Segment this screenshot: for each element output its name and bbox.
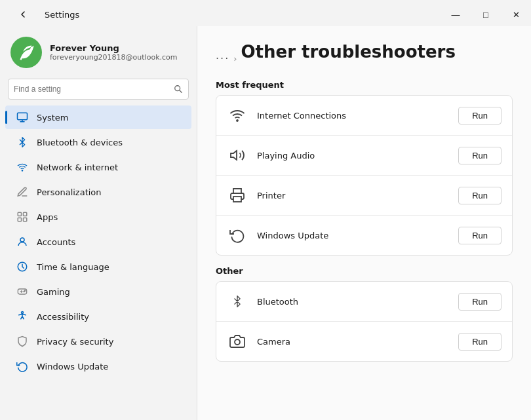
avatar (10, 37, 42, 68)
run-printer-button[interactable]: Run (458, 187, 502, 204)
table-row: Windows Update Run (216, 216, 512, 255)
window-controls: — □ ✕ (441, 4, 531, 25)
run-bluetooth-button[interactable]: Run (458, 293, 502, 311)
svg-rect-5 (24, 212, 27, 216)
table-row: Playing Audio Run (216, 136, 512, 176)
sidebar-item-label-time: Time & language (37, 262, 109, 272)
sidebar-item-label-accounts: Accounts (37, 237, 75, 247)
windows-update-ts-label: Windows Update (257, 231, 449, 240)
windows-update-icon (16, 360, 29, 373)
svg-rect-16 (233, 197, 241, 202)
personalization-icon (16, 185, 29, 199)
window-title: Settings (45, 10, 79, 20)
printer-label: Printer (257, 191, 449, 200)
main-content: ··· › Other troubleshooters Most frequen… (197, 26, 531, 420)
printer-icon (227, 185, 248, 206)
sidebar-item-label-windows-update: Windows Update (37, 362, 108, 372)
playing-audio-label: Playing Audio (257, 151, 449, 161)
user-name: Forever Young (50, 43, 178, 53)
sidebar-item-privacy[interactable]: Privacy & security (5, 330, 191, 353)
title-bar: Settings — □ ✕ (0, 0, 531, 26)
sidebar-item-label-privacy: Privacy & security (37, 337, 113, 347)
privacy-icon (16, 335, 29, 348)
sidebar-item-apps[interactable]: Apps (5, 205, 191, 229)
user-profile[interactable]: Forever Young foreveryoung201818@outlook… (0, 26, 197, 76)
svg-rect-2 (18, 113, 28, 120)
maximize-button[interactable]: □ (471, 4, 501, 25)
search-icon (174, 85, 183, 94)
svg-point-14 (237, 120, 238, 121)
search-input[interactable] (14, 85, 170, 94)
search-box[interactable] (8, 79, 189, 100)
apps-icon (16, 210, 29, 223)
other-card: Bluetooth Run Camera Run (216, 281, 513, 362)
breadcrumb-dots[interactable]: ··· (216, 52, 229, 65)
back-button[interactable] (8, 4, 38, 25)
bluetooth-ts-icon (227, 291, 248, 312)
system-icon (16, 111, 29, 124)
sidebar-item-label-gaming: Gaming (37, 287, 70, 297)
sidebar-item-bluetooth[interactable]: Bluetooth & devices (5, 130, 191, 154)
breadcrumb-arrow: › (233, 54, 237, 64)
sidebar-item-time[interactable]: Time & language (5, 255, 191, 278)
sidebar-item-label-accessibility: Accessibility (37, 312, 89, 322)
table-row: Camera Run (216, 322, 512, 361)
svg-rect-7 (24, 218, 27, 221)
sidebar-item-label-bluetooth: Bluetooth & devices (37, 138, 123, 147)
windows-update-ts-icon (227, 225, 248, 246)
playing-audio-icon (227, 145, 248, 166)
accessibility-icon (16, 310, 29, 323)
internet-connections-label: Internet Connections (257, 111, 449, 121)
sidebar-item-label-network: Network & internet (37, 162, 118, 172)
sidebar-item-label-personalization: Personalization (37, 187, 102, 197)
svg-point-8 (20, 238, 24, 242)
sidebar-item-network[interactable]: Network & internet (5, 155, 191, 179)
sidebar-item-label-apps: Apps (37, 212, 58, 222)
svg-line-1 (180, 90, 182, 93)
sidebar-item-accounts[interactable]: Accounts (5, 230, 191, 254)
svg-point-17 (235, 339, 240, 345)
sidebar-item-accessibility[interactable]: Accessibility (5, 305, 191, 328)
svg-marker-15 (231, 151, 237, 160)
camera-ts-icon (227, 331, 248, 352)
run-camera-button[interactable]: Run (458, 333, 502, 351)
table-row: Internet Connections Run (216, 96, 512, 136)
svg-rect-4 (18, 212, 21, 216)
sidebar-item-label-system: System (37, 113, 68, 123)
most-frequent-card: Internet Connections Run Playing Audio R… (216, 95, 513, 256)
time-icon (16, 260, 29, 273)
app-body: Forever Young foreveryoung201818@outlook… (0, 26, 531, 420)
gaming-icon (16, 285, 29, 298)
table-row: Printer Run (216, 176, 512, 216)
minimize-button[interactable]: — (441, 4, 471, 25)
sidebar-item-system[interactable]: System (5, 105, 191, 129)
bluetooth-nav-icon (16, 136, 29, 149)
svg-point-12 (24, 290, 25, 291)
sidebar-item-personalization[interactable]: Personalization (5, 180, 191, 204)
internet-connections-icon (227, 105, 248, 126)
run-internet-connections-button[interactable]: Run (458, 107, 502, 124)
section-label-other: Other (216, 266, 513, 276)
user-info: Forever Young foreveryoung201818@outlook… (50, 43, 178, 62)
page-title: Other troubleshooters (241, 42, 455, 62)
user-email: foreveryoung201818@outlook.com (50, 53, 178, 62)
camera-ts-label: Camera (257, 337, 449, 347)
svg-point-3 (22, 170, 22, 171)
run-playing-audio-button[interactable]: Run (458, 147, 502, 164)
network-icon (16, 161, 29, 174)
breadcrumb: ··· › Other troubleshooters (216, 42, 513, 75)
sidebar: Forever Young foreveryoung201818@outlook… (0, 26, 197, 420)
accounts-icon (16, 235, 29, 248)
close-button[interactable]: ✕ (501, 4, 531, 25)
sidebar-item-gaming[interactable]: Gaming (5, 280, 191, 303)
section-label-most-frequent: Most frequent (216, 80, 513, 90)
nav-item-wrap-system: System (0, 105, 197, 130)
run-windows-update-button[interactable]: Run (458, 227, 502, 244)
bluetooth-ts-label: Bluetooth (257, 297, 449, 307)
sidebar-item-windows-update[interactable]: Windows Update (5, 354, 191, 378)
svg-rect-6 (18, 218, 21, 221)
table-row: Bluetooth Run (216, 282, 512, 322)
